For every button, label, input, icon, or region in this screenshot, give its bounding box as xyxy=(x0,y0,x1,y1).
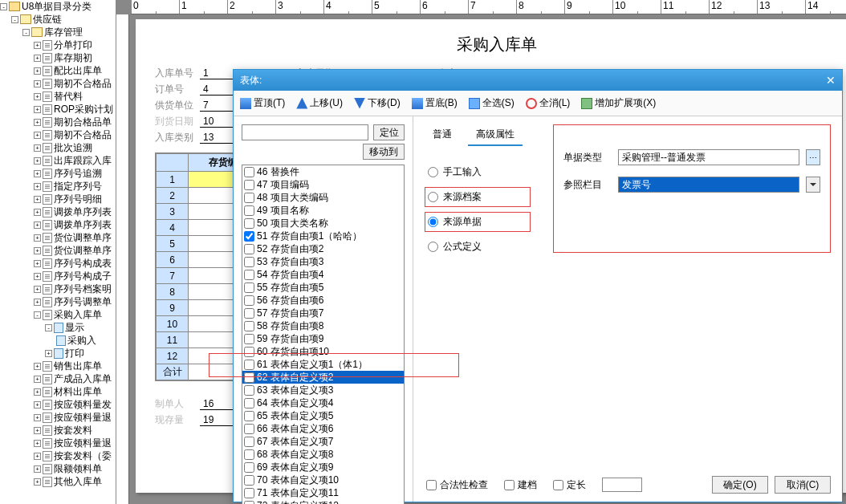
list-item[interactable]: 58 存货自由项8 xyxy=(242,319,404,332)
list-item[interactable]: 63 表体自定义项3 xyxy=(242,384,404,396)
expand-icon[interactable]: + xyxy=(34,299,41,306)
expand-icon[interactable]: + xyxy=(34,222,41,229)
tree-leaf[interactable]: +货位调整单序 xyxy=(0,231,116,244)
expand-icon[interactable]: + xyxy=(34,453,41,460)
list-item[interactable]: 68 表体自定义项8 xyxy=(242,448,404,461)
expand-icon[interactable]: + xyxy=(34,260,41,267)
close-icon[interactable]: ✕ xyxy=(826,74,836,87)
expand-icon[interactable]: + xyxy=(34,119,41,126)
search-input[interactable] xyxy=(242,124,368,140)
tree-leaf[interactable]: +期初不合格品 xyxy=(0,128,116,141)
ref-column-value[interactable]: 发票号 xyxy=(618,177,799,193)
tree-leaf[interactable]: +序列号明细 xyxy=(0,193,116,205)
collapse-icon[interactable]: - xyxy=(34,311,41,319)
expand-icon[interactable]: + xyxy=(34,132,41,139)
expand-icon[interactable]: + xyxy=(34,157,41,165)
tree-leaf[interactable]: +按应领料量退 xyxy=(0,411,116,424)
expand-icon[interactable]: + xyxy=(34,80,41,87)
expand-icon[interactable]: + xyxy=(34,427,41,434)
list-item[interactable]: 53 存货自由项3 xyxy=(242,255,404,268)
expand-icon[interactable]: + xyxy=(34,363,41,370)
expand-icon[interactable]: + xyxy=(34,42,41,49)
list-item[interactable]: 47 项目编码 xyxy=(242,178,404,191)
row-header[interactable]: 9 xyxy=(157,300,189,316)
expand-icon[interactable]: + xyxy=(34,170,41,177)
tree-root[interactable]: -U8单据目录分类 xyxy=(0,0,116,13)
tree-leaf[interactable]: +材料出库单 xyxy=(0,385,116,398)
list-item[interactable]: 70 表体自定义项10 xyxy=(242,474,404,486)
tree-leaf[interactable]: +指定序列号 xyxy=(0,180,116,193)
list-item[interactable]: 61 表体自定义项1（体1） xyxy=(242,358,404,371)
collapse-icon[interactable]: - xyxy=(22,29,30,36)
row-header[interactable]: 11 xyxy=(157,332,189,348)
list-item[interactable]: 46 替换件 xyxy=(242,165,404,178)
radio-formula[interactable]: 公式定义 xyxy=(428,240,527,254)
tree-leaf[interactable]: +其他入库单 xyxy=(0,475,116,488)
row-header[interactable]: 7 xyxy=(157,268,189,284)
tree-leaf[interactable]: +分单打印 xyxy=(0,39,116,51)
expand-icon[interactable]: + xyxy=(34,376,41,383)
row-header[interactable]: 10 xyxy=(157,316,189,332)
length-input[interactable] xyxy=(602,478,642,492)
list-item[interactable]: 49 项目名称 xyxy=(242,204,404,217)
expand-icon[interactable]: + xyxy=(34,196,41,203)
expand-icon[interactable]: + xyxy=(34,93,41,100)
fixedlen-checkbox[interactable]: 定长 xyxy=(553,478,586,492)
list-item[interactable]: 54 存货自由项4 xyxy=(242,268,404,281)
list-item[interactable]: 57 存货自由项7 xyxy=(242,307,404,319)
list-item[interactable]: 62 表体自定义项2 xyxy=(242,371,404,384)
expand-icon[interactable]: + xyxy=(34,286,41,293)
clear-all-button[interactable]: 全消(L) xyxy=(526,96,571,110)
dropdown-icon[interactable] xyxy=(806,177,820,193)
list-item[interactable]: 64 表体自定义项4 xyxy=(242,396,404,409)
tree-leaf[interactable]: +货位调整单序 xyxy=(0,244,116,257)
tree-node[interactable]: -供应链 xyxy=(0,13,116,26)
list-item[interactable]: 48 项目大类编码 xyxy=(242,191,404,204)
select-all-button[interactable]: 全选(S) xyxy=(469,96,515,110)
collapse-icon[interactable]: - xyxy=(0,3,7,10)
tree-leaf[interactable]: +销售出库单 xyxy=(0,360,116,372)
expand-icon[interactable]: + xyxy=(34,209,41,216)
tree-node[interactable]: -库存管理 xyxy=(0,26,116,39)
tree-node[interactable]: -显示 xyxy=(0,321,116,334)
move-bottom-button[interactable]: 置底(B) xyxy=(412,96,458,110)
cancel-button[interactable]: 取消(C) xyxy=(775,476,831,494)
tree-leaf[interactable]: +按套发料（委 xyxy=(0,449,116,462)
tree-leaf[interactable]: +按应领料量退 xyxy=(0,437,116,449)
validity-checkbox[interactable]: 合法性检查 xyxy=(426,478,488,492)
list-item[interactable]: 71 表体自定义项11 xyxy=(242,486,404,499)
expand-icon[interactable]: + xyxy=(34,106,41,113)
row-header[interactable]: 5 xyxy=(157,236,189,252)
expand-icon[interactable]: + xyxy=(34,440,41,447)
archive-checkbox[interactable]: 建档 xyxy=(504,478,537,492)
tree-leaf[interactable]: +序列号档案明 xyxy=(0,282,116,295)
tree-leaf[interactable]: +出库跟踪入库 xyxy=(0,154,116,167)
list-item[interactable]: 55 存货自由项5 xyxy=(242,281,404,294)
expand-icon[interactable]: + xyxy=(34,67,41,75)
expand-icon[interactable]: + xyxy=(34,465,41,473)
tree-leaf[interactable]: +序列号追溯 xyxy=(0,167,116,180)
add-extension-button[interactable]: 增加扩展项(X) xyxy=(581,96,656,110)
collapse-icon[interactable]: - xyxy=(45,324,52,331)
list-item[interactable]: 69 表体自定义项9 xyxy=(242,461,404,474)
expand-icon[interactable]: + xyxy=(34,247,41,254)
row-header[interactable]: 2 xyxy=(157,188,189,204)
ok-button[interactable]: 确定(O) xyxy=(712,476,768,494)
tree-leaf[interactable]: +期初合格品单 xyxy=(0,116,116,128)
radio-voucher[interactable]: 来源单据 xyxy=(428,215,527,229)
row-header[interactable]: 1 xyxy=(157,172,189,188)
tab-advanced[interactable]: 高级属性 xyxy=(468,124,523,146)
row-header[interactable]: 8 xyxy=(157,284,189,300)
move-top-button[interactable]: 置顶(T) xyxy=(240,96,285,110)
list-item[interactable]: 65 表体自定义项5 xyxy=(242,409,404,422)
tree-node[interactable]: +打印 xyxy=(0,347,116,360)
tree-leaf[interactable]: +按应领料量发 xyxy=(0,398,116,411)
tree-leaf[interactable]: 采购入 xyxy=(0,334,116,347)
tree-leaf[interactable]: +按套发料 xyxy=(0,424,116,437)
lookup-button[interactable]: ⋯ xyxy=(806,149,820,165)
list-item[interactable]: 51 存货自由项1（哈哈） xyxy=(242,230,404,242)
field-listbox[interactable]: 46 替换件47 项目编码48 项目大类编码49 项目名称50 项目大类名称51… xyxy=(242,165,405,504)
row-header[interactable]: 12 xyxy=(157,348,189,364)
tree-leaf[interactable]: +配比出库单 xyxy=(0,64,116,77)
move-up-button[interactable]: 上移(U) xyxy=(296,96,343,110)
